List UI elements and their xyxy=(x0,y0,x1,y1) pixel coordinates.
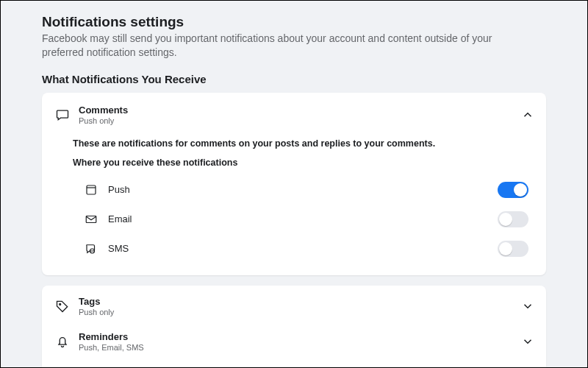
svg-point-4 xyxy=(60,303,61,305)
chevron-down-icon xyxy=(521,335,534,348)
sms-label: SMS xyxy=(108,243,498,254)
push-icon xyxy=(83,181,99,199)
reminders-row[interactable]: Reminders Push, Email, SMS xyxy=(54,324,534,359)
svg-rect-2 xyxy=(86,216,96,222)
svg-rect-0 xyxy=(87,185,96,194)
sms-channel-row: SMS xyxy=(73,234,531,263)
other-notifications-card: Tags Push only Reminders Push, Email, SM… xyxy=(42,286,546,368)
comment-icon xyxy=(54,106,71,124)
reminders-subtitle: Push, Email, SMS xyxy=(79,343,521,352)
bell-icon xyxy=(54,333,71,350)
comments-header-row[interactable]: Comments Push only xyxy=(54,100,534,130)
email-toggle[interactable] xyxy=(498,211,528,227)
more-activity-row[interactable]: More Activity About You xyxy=(54,359,534,368)
push-label: Push xyxy=(108,184,498,195)
chevron-down-icon xyxy=(521,300,534,313)
comments-title: Comments xyxy=(79,105,521,116)
tags-row[interactable]: Tags Push only xyxy=(54,289,534,324)
comments-expanded-body: These are notifications for comments on … xyxy=(54,130,534,268)
tags-title: Tags xyxy=(79,296,521,307)
page-description: Facebook may still send you important no… xyxy=(42,32,512,60)
where-receive-label: Where you receive these notifications xyxy=(73,158,531,168)
push-channel-row: Push xyxy=(73,175,531,205)
comments-description: These are notifications for comments on … xyxy=(73,138,531,149)
comments-card: Comments Push only These are notificatio… xyxy=(42,93,546,275)
page-title: Notifications settings xyxy=(42,14,546,30)
reminders-title: Reminders xyxy=(79,331,521,342)
chevron-up-icon xyxy=(521,108,534,121)
comments-subtitle: Push only xyxy=(79,116,521,125)
sms-toggle[interactable] xyxy=(498,241,528,257)
email-channel-row: Email xyxy=(73,205,531,234)
tags-subtitle: Push only xyxy=(79,308,521,316)
email-icon xyxy=(83,210,99,228)
email-label: Email xyxy=(108,213,498,224)
sms-icon xyxy=(83,240,99,258)
tag-icon xyxy=(54,297,71,315)
push-toggle[interactable] xyxy=(498,182,528,198)
section-heading: What Notifications You Receive xyxy=(42,73,546,85)
